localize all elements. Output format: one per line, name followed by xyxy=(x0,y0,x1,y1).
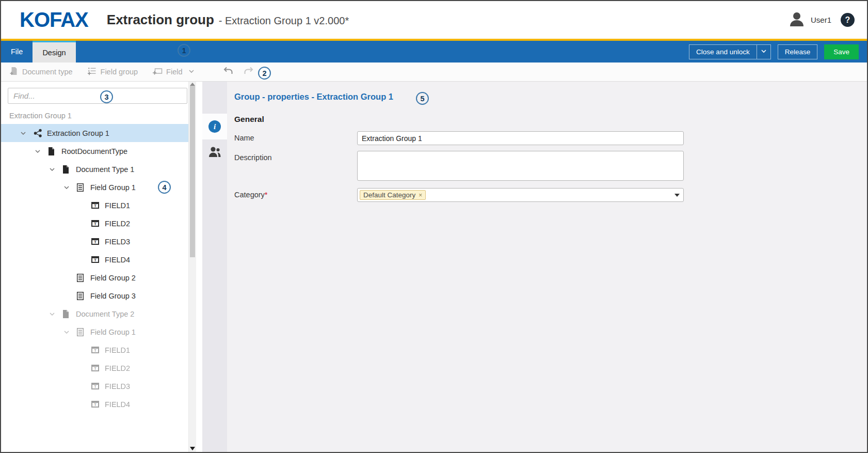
chevron-down-icon[interactable] xyxy=(188,68,195,76)
properties-tabstrip: i xyxy=(202,82,227,452)
svg-text:T: T xyxy=(94,258,97,262)
tree-item-field-group-2[interactable]: Field Group 2 xyxy=(1,269,188,287)
svg-text:T: T xyxy=(94,384,97,389)
tab-permissions[interactable] xyxy=(202,139,227,165)
field-group-icon xyxy=(76,183,90,192)
callout-3: 3 xyxy=(100,90,113,103)
chevron-down-icon[interactable] xyxy=(49,310,62,318)
field-group-icon xyxy=(76,291,90,301)
search-input[interactable] xyxy=(8,88,187,104)
scroll-down-icon[interactable] xyxy=(190,447,195,450)
callout-2: 2 xyxy=(258,67,271,80)
remove-tag-icon[interactable]: × xyxy=(419,192,422,199)
field-group-label: Field group xyxy=(101,68,138,76)
dropdown-arrow-icon[interactable] xyxy=(674,194,680,197)
chevron-down-icon[interactable] xyxy=(63,329,76,336)
users-icon xyxy=(208,145,222,160)
page-title-subtitle: - Extraction Group 1 v2.000* xyxy=(219,15,349,27)
category-tag-label: Default Category xyxy=(363,191,415,199)
field-group-icon xyxy=(76,273,90,283)
category-row: Category* Default Category × xyxy=(234,188,855,202)
help-icon[interactable]: ? xyxy=(841,13,855,27)
tree-item-field4[interactable]: TFIELD4 xyxy=(1,395,188,413)
kofax-logo: KOFAX xyxy=(20,8,88,32)
field-label: Field xyxy=(166,68,182,76)
tree-item-label: Field Group 2 xyxy=(90,274,136,282)
ribbon-bar: File Design Close and unlock Release Sav… xyxy=(1,41,867,63)
header-right: User1 ? xyxy=(788,11,855,29)
tab-file[interactable]: File xyxy=(1,41,33,63)
tree-item-field1[interactable]: TFIELD1 xyxy=(1,341,188,359)
tree-item-field2[interactable]: TFIELD2 xyxy=(1,214,188,232)
tree-item-label: RootDocumentType xyxy=(61,147,127,155)
tree-item-document-type-2[interactable]: Document Type 2 xyxy=(1,305,188,323)
field-group-add-icon xyxy=(87,67,97,77)
field-icon: T xyxy=(91,382,105,390)
redo-icon[interactable] xyxy=(244,67,254,77)
description-label: Description xyxy=(234,151,357,181)
chevron-down-icon[interactable] xyxy=(49,166,62,173)
callout-5: 5 xyxy=(416,92,429,105)
chevron-down-icon[interactable] xyxy=(20,130,33,137)
add-field-button[interactable]: Field xyxy=(152,67,194,77)
category-tag: Default Category × xyxy=(360,190,426,200)
scrollbar-thumb[interactable] xyxy=(190,86,195,257)
tree-item-field3[interactable]: TFIELD3 xyxy=(1,377,188,395)
add-field-group-button[interactable]: Field group xyxy=(87,67,138,77)
tree: Extraction Group 1RootDocumentTypeDocume… xyxy=(1,124,188,452)
svg-text:T: T xyxy=(94,204,97,208)
tree-item-label: FIELD3 xyxy=(105,238,130,246)
save-button[interactable]: Save xyxy=(824,44,859,59)
field-group-icon xyxy=(76,327,90,337)
sidebar-scrollbar[interactable] xyxy=(188,82,196,452)
close-and-unlock-button[interactable]: Close and unlock xyxy=(689,44,757,59)
tree-item-document-type-1[interactable]: Document Type 1 xyxy=(1,160,188,178)
category-combobox[interactable]: Default Category × xyxy=(357,188,684,202)
svg-text:T: T xyxy=(94,240,97,244)
document-icon xyxy=(62,165,76,174)
field-icon: T xyxy=(91,256,105,263)
tab-design[interactable]: Design xyxy=(33,41,75,63)
release-button[interactable]: Release xyxy=(778,44,818,59)
field-icon: T xyxy=(91,238,105,245)
close-and-unlock-split-button: Close and unlock xyxy=(689,44,771,59)
field-add-icon xyxy=(152,67,163,77)
tree-item-field2[interactable]: TFIELD2 xyxy=(1,359,188,377)
section-general: General xyxy=(234,115,855,124)
chevron-down-icon[interactable] xyxy=(34,148,47,155)
name-input[interactable] xyxy=(357,131,684,145)
tree-item-field-group-3[interactable]: Field Group 3 xyxy=(1,287,188,305)
app-header: KOFAX Extraction group - Extraction Grou… xyxy=(1,1,867,39)
tree-item-field4[interactable]: TFIELD4 xyxy=(1,251,188,269)
chevron-down-icon[interactable] xyxy=(63,184,76,191)
field-icon: T xyxy=(91,201,105,209)
svg-text:T: T xyxy=(94,348,97,353)
ribbon-actions: Close and unlock Release Save xyxy=(689,41,867,63)
tree-item-label: FIELD2 xyxy=(105,220,130,228)
svg-text:T: T xyxy=(94,366,97,371)
tree-item-field1[interactable]: TFIELD1 xyxy=(1,196,188,214)
description-row: Description xyxy=(234,151,855,181)
close-and-unlock-dropdown-button[interactable] xyxy=(757,44,771,59)
required-marker: * xyxy=(265,191,268,199)
tree-item-label: Document Type 1 xyxy=(76,165,134,174)
callout-1: 1 xyxy=(178,44,190,57)
tree-item-field-group-1[interactable]: Field Group 1 xyxy=(1,323,188,341)
tree-item-rootdocumenttype[interactable]: RootDocumentType xyxy=(1,142,188,160)
tree-item-label: Field Group 1 xyxy=(90,328,136,336)
tree-item-label: Field Group 3 xyxy=(90,292,136,300)
undo-icon[interactable] xyxy=(222,67,233,77)
tree-item-label: Document Type 2 xyxy=(76,310,134,318)
tree-item-field3[interactable]: TFIELD3 xyxy=(1,232,188,251)
callout-4: 4 xyxy=(158,181,171,194)
app-window: KOFAX Extraction group - Extraction Grou… xyxy=(0,0,868,453)
name-row: Name xyxy=(234,131,855,145)
page-title: Extraction group - Extraction Group 1 v2… xyxy=(107,12,349,28)
content-area: Extraction Group 1 Extraction Group 1Roo… xyxy=(1,82,867,452)
tree-item-extraction-group-1[interactable]: Extraction Group 1 xyxy=(1,124,188,142)
description-input[interactable] xyxy=(357,151,684,181)
properties-panel: Group - properties - Extraction Group 1 … xyxy=(227,82,867,452)
user-avatar-icon xyxy=(788,11,806,29)
add-document-type-button[interactable]: Document type xyxy=(9,67,73,77)
tab-general-info[interactable]: i xyxy=(202,114,227,139)
